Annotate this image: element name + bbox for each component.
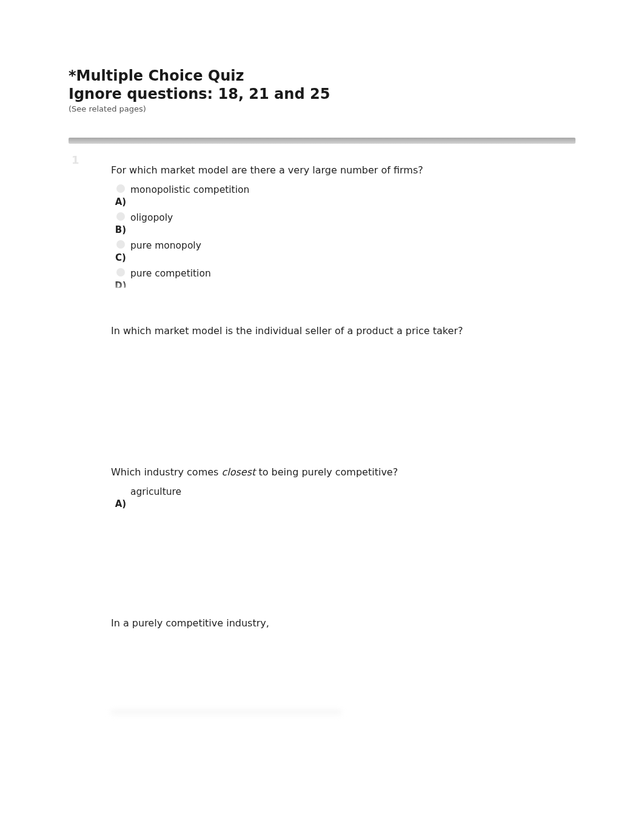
question-3: Which industry comes closest to being pu… [111,466,575,509]
question-4-text: In a purely competitive industry, [111,617,575,629]
title-line-1: *Multiple Choice Quiz [69,67,244,84]
question-3-text: Which industry comes closest to being pu… [111,466,575,478]
question-1: For which market model are there a very … [111,147,575,291]
radio-icon[interactable] [116,184,125,193]
option-text: pure competition [130,268,211,279]
question-1-option-b[interactable]: B) oligopoly [111,212,575,235]
option-text: pure monopoly [130,240,201,251]
option-text: monopolistic competition [130,184,249,195]
title-line-2: Ignore questions: 18, 21 and 25 [69,86,330,102]
radio-icon[interactable] [116,268,125,277]
question-2-text: In which market model is the individual … [111,325,575,337]
option-label: D) [115,280,126,291]
question-3-emphasis: closest [222,466,256,478]
question-1-option-d[interactable]: D) pure competition [111,268,575,291]
option-text: agriculture [130,486,181,497]
page-title: *Multiple Choice Quiz Ignore questions: … [69,67,575,103]
question-1-text: For which market model are there a very … [111,164,575,176]
option-text: oligopoly [130,212,173,223]
question-3-option-a[interactable]: A) agriculture [111,486,575,509]
option-label: A) [115,196,126,207]
radio-icon[interactable] [116,240,125,249]
question-1-option-a[interactable]: A) monopolistic competition [111,184,575,207]
option-label: B) [115,224,126,235]
see-related-pages[interactable]: (See related pages) [69,104,575,113]
option-label: A) [115,498,126,509]
option-label: C) [115,252,126,263]
question-4: In a purely competitive industry, [111,617,575,629]
question-2: In which market model is the individual … [111,325,575,337]
radio-icon[interactable] [116,212,125,221]
blurred-content [111,710,341,716]
section-divider-bar [69,138,575,144]
question-number-1: 1 [72,153,79,166]
question-1-option-c[interactable]: C) pure monopoly [111,240,575,263]
